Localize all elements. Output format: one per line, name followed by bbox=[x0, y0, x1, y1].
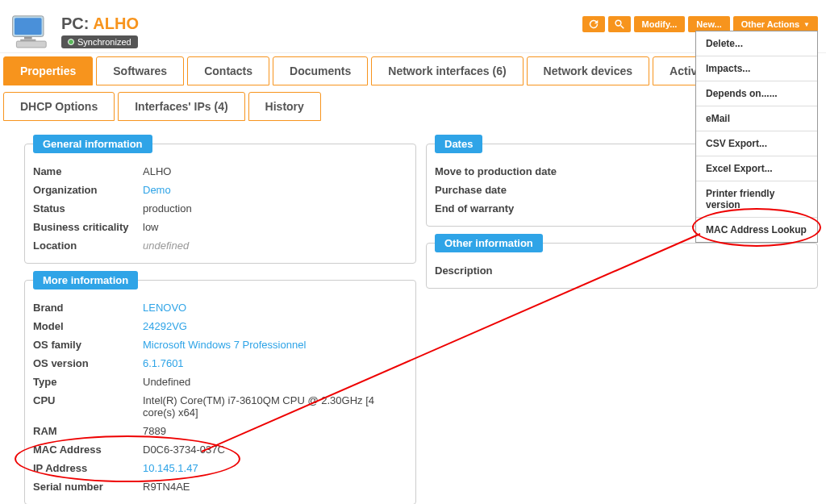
new-button[interactable]: New... bbox=[688, 16, 729, 32]
cpu-label: CPU bbox=[33, 394, 143, 419]
criticality-label: Business criticality bbox=[33, 221, 143, 233]
other-actions-button[interactable]: Other Actions ▼ bbox=[733, 16, 818, 32]
menu-excel-export[interactable]: Excel Export... bbox=[696, 156, 817, 181]
svg-point-0 bbox=[615, 20, 621, 26]
svg-line-1 bbox=[620, 26, 624, 29]
menu-impacts[interactable]: Impacts... bbox=[696, 56, 817, 81]
brand-label: Brand bbox=[33, 302, 143, 314]
tab-interfaces-ips[interactable]: Interfaces' IPs (4) bbox=[118, 92, 244, 121]
svg-rect-3 bbox=[15, 18, 42, 35]
general-information-section: General information NameALHO Organizatio… bbox=[24, 144, 416, 264]
os-version-label: OS version bbox=[33, 357, 143, 369]
menu-depends-on[interactable]: Depends on...... bbox=[696, 81, 817, 106]
os-version-value[interactable]: 6.1.7601 bbox=[143, 357, 407, 369]
menu-email[interactable]: eMail bbox=[696, 106, 817, 131]
ip-address-label: IP Address bbox=[33, 462, 143, 474]
purchase-date-label: Purchase date bbox=[435, 184, 580, 196]
menu-delete[interactable]: Delete... bbox=[696, 31, 817, 56]
refresh-button[interactable] bbox=[582, 16, 605, 32]
dates-title: Dates bbox=[435, 135, 482, 153]
criticality-value: low bbox=[143, 221, 407, 233]
other-information-title: Other information bbox=[435, 234, 543, 252]
status-dot-icon bbox=[68, 39, 74, 45]
mac-address-value: D0C6-3734-037C bbox=[143, 444, 407, 456]
ip-address-value[interactable]: 10.145.1.47 bbox=[143, 462, 407, 474]
ram-value: 7889 bbox=[143, 425, 407, 437]
menu-printer-friendly[interactable]: Printer friendly version bbox=[696, 181, 817, 218]
name-value: ALHO bbox=[143, 165, 407, 177]
more-information-section: More information BrandLENOVO Model24292V… bbox=[24, 280, 416, 504]
chevron-down-icon: ▼ bbox=[803, 21, 810, 28]
status-value: production bbox=[143, 202, 407, 215]
tab-network-devices[interactable]: Network devices bbox=[527, 56, 650, 85]
type-label: Type bbox=[33, 376, 143, 388]
other-actions-menu: Delete... Impacts... Depends on...... eM… bbox=[695, 31, 818, 243]
serial-number-value: R9TN4AE bbox=[143, 481, 407, 493]
description-label: Description bbox=[435, 264, 544, 277]
general-information-title: General information bbox=[33, 135, 152, 153]
brand-value[interactable]: LENOVO bbox=[143, 302, 407, 314]
menu-csv-export[interactable]: CSV Export... bbox=[696, 131, 817, 156]
status-label: Status bbox=[33, 202, 143, 215]
search-icon bbox=[615, 19, 624, 29]
tab-network-interfaces[interactable]: Network interfaces (6) bbox=[371, 56, 523, 85]
name-label: Name bbox=[33, 165, 143, 177]
os-family-value[interactable]: Microsoft Windows 7 Professionnel bbox=[143, 339, 407, 351]
tab-history[interactable]: History bbox=[248, 92, 321, 121]
serial-number-label: Serial number bbox=[33, 481, 143, 493]
other-actions-label: Other Actions bbox=[741, 19, 799, 29]
modify-button[interactable]: Modify... bbox=[634, 16, 686, 32]
tab-dhcp-options[interactable]: DHCP Options bbox=[3, 92, 115, 121]
organization-value[interactable]: Demo bbox=[143, 184, 407, 196]
more-information-title: More information bbox=[33, 271, 138, 289]
status-badge: Synchronized bbox=[61, 35, 138, 48]
location-label: Location bbox=[33, 240, 143, 252]
refresh-icon bbox=[589, 19, 599, 29]
search-button[interactable] bbox=[608, 16, 631, 32]
mac-address-label: MAC Address bbox=[33, 444, 143, 456]
svg-rect-6 bbox=[16, 41, 46, 48]
title-name: ALHO bbox=[93, 15, 139, 32]
type-value: Undefined bbox=[143, 376, 407, 388]
status-badge-label: Synchronized bbox=[77, 37, 131, 47]
page-title: PC: ALHO bbox=[61, 15, 139, 33]
model-value[interactable]: 24292VG bbox=[143, 320, 407, 332]
tab-documents[interactable]: Documents bbox=[273, 56, 368, 85]
tab-softwares[interactable]: Softwares bbox=[96, 56, 184, 85]
os-family-label: OS family bbox=[33, 339, 143, 351]
description-value bbox=[544, 264, 809, 277]
svg-rect-4 bbox=[24, 36, 32, 39]
tab-properties[interactable]: Properties bbox=[3, 56, 93, 85]
other-information-section: Other information Description bbox=[426, 243, 818, 289]
production-date-label: Move to production date bbox=[435, 165, 580, 177]
pc-icon bbox=[11, 15, 50, 48]
organization-label: Organization bbox=[33, 184, 143, 196]
title-prefix: PC: bbox=[61, 15, 89, 32]
location-value: undefined bbox=[143, 240, 407, 252]
warranty-label: End of warranty bbox=[435, 202, 580, 215]
menu-mac-address-lookup[interactable]: MAC Address Lookup bbox=[696, 218, 817, 242]
cpu-value: Intel(R) Core(TM) i7-3610QM CPU @ 2.30GH… bbox=[143, 394, 407, 419]
model-label: Model bbox=[33, 320, 143, 332]
ram-label: RAM bbox=[33, 425, 143, 437]
tab-contacts[interactable]: Contacts bbox=[187, 56, 269, 85]
